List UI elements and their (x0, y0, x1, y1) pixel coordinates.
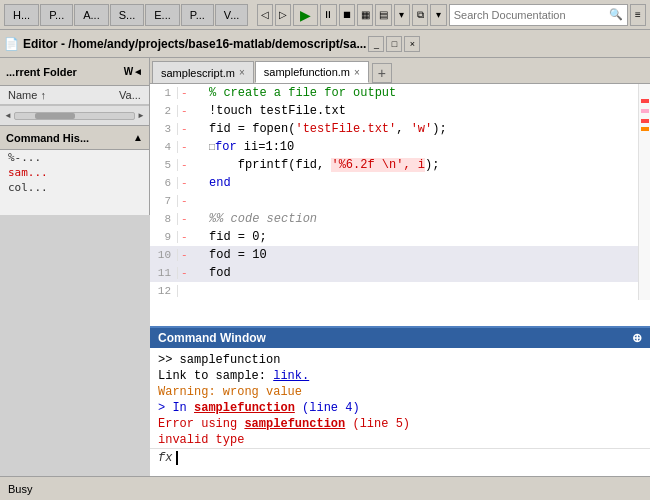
scroll-track[interactable] (14, 112, 135, 120)
margin-indicator-4 (641, 127, 649, 131)
code-line-10: 10 - fod = 10 (150, 246, 638, 264)
minimize-button[interactable]: _ (368, 36, 384, 52)
right-margin (638, 84, 650, 300)
cmd-history-title: Command His... (6, 132, 89, 144)
code-line-1: 1 - % create a file for output (150, 84, 638, 102)
menu-tabs: H... P... A... S... E... P... V... (4, 4, 248, 26)
file-list-header: Name ↑ Va... (0, 86, 149, 105)
toolbar-btn-5[interactable]: ▦ (357, 4, 373, 26)
sidebar: ...rrent Folder W◄ Name ↑ Va... ◄ ► (0, 58, 150, 125)
code-line-6: 6 - end (150, 174, 638, 192)
code-line-9: 9 - fid = 0; (150, 228, 638, 246)
code-line-4: 4 - □for ii=1:10 (150, 138, 638, 156)
editor-icon: 📄 (4, 37, 19, 51)
tabs-bar: samplescript.m × samplefunction.m × + (150, 58, 650, 84)
code-editor[interactable]: 1 - % create a file for output 2 - !touc… (150, 84, 650, 326)
scroll-thumb[interactable] (35, 113, 75, 119)
col-name: Name ↑ (4, 88, 115, 102)
tab-samplefunction[interactable]: samplefunction.m × (255, 61, 369, 83)
margin-indicator-3 (641, 119, 649, 123)
sample-link[interactable]: link. (273, 369, 309, 383)
scroll-left-arrow[interactable]: ◄ (2, 111, 14, 120)
menu-tab-s[interactable]: S... (110, 4, 145, 26)
toolbar-btn-4[interactable]: ⏹ (339, 4, 355, 26)
toolbar-btn-2[interactable]: ▷ (275, 4, 291, 26)
cmd-line-2: Link to sample: link. (158, 368, 642, 384)
margin-indicator-2 (641, 109, 649, 113)
cmd-fx-label: fx (158, 451, 172, 465)
left-panel: ...rrent Folder W◄ Name ↑ Va... ◄ ► Comm… (0, 58, 150, 476)
cmd-window-title: Command Window (158, 331, 266, 345)
statusbar: Busy (0, 476, 650, 500)
toolbar-btn-1[interactable]: ◁ (257, 4, 273, 26)
code-line-11: 11 - fod (150, 264, 638, 282)
close-button[interactable]: × (404, 36, 420, 52)
toolbar-btn-3[interactable]: ⏸ (320, 4, 336, 26)
col-val: Va... (115, 88, 145, 102)
cmd-cursor (176, 451, 178, 465)
tab-samplescript-label: samplescript.m (161, 67, 235, 79)
code-line-2: 2 - !touch testFile.txt (150, 102, 638, 120)
margin-indicator-1 (641, 99, 649, 103)
search-icon[interactable]: 🔍 (609, 8, 623, 21)
scroll-right-arrow[interactable]: ► (135, 111, 147, 120)
cmd-window-header: Command Window ⊕ (150, 328, 650, 348)
cmd-content: >> samplefunction Link to sample: link. … (150, 348, 650, 448)
menu-tab-v[interactable]: V... (215, 4, 249, 26)
sidebar-header: ...rrent Folder W◄ (0, 58, 149, 86)
add-tab-button[interactable]: + (372, 63, 392, 83)
cmd-history-collapse-btn[interactable]: ▲ (133, 132, 143, 143)
sidebar-title: ...rrent Folder (6, 66, 77, 78)
toolbar-btn-6[interactable]: ▤ (375, 4, 391, 26)
tab-samplescript-close[interactable]: × (239, 67, 245, 78)
toolbar-btn-9[interactable]: ▾ (430, 4, 446, 26)
menu-tab-e[interactable]: E... (145, 4, 180, 26)
main-toolbar: H... P... A... S... E... P... V... ◁ ▷ ▶… (0, 0, 650, 30)
status-text: Busy (8, 483, 32, 495)
main-area: ...rrent Folder W◄ Name ↑ Va... ◄ ► Comm… (0, 58, 650, 476)
history-item-2[interactable]: sam... (0, 165, 149, 180)
editor-panel: samplescript.m × samplefunction.m × + 1 … (150, 58, 650, 476)
cmd-line-4: > In samplefunction (line 4) (158, 400, 642, 416)
editor-title: Editor - /home/andy/projects/base16-matl… (23, 37, 366, 51)
cmd-line-5: Error using samplefunction (line 5) (158, 416, 642, 432)
samplefunction-link-2[interactable]: samplefunction (244, 417, 345, 431)
menu-tab-p[interactable]: P... (40, 4, 73, 26)
cmd-expand-btn[interactable]: ⊕ (632, 331, 642, 345)
toolbar-btn-7[interactable]: ▾ (394, 4, 410, 26)
cmd-input-line[interactable]: fx (150, 448, 650, 467)
menu-tab-a[interactable]: A... (74, 4, 109, 26)
toolbar-btn-8[interactable]: ⧉ (412, 4, 428, 26)
samplefunction-link-1[interactable]: samplefunction (194, 401, 295, 415)
search-box[interactable]: 🔍 (449, 4, 628, 26)
editor-titlebar: 📄 Editor - /home/andy/projects/base16-ma… (0, 30, 650, 58)
tab-samplefunction-close[interactable]: × (354, 67, 360, 78)
cmd-line-3: Warning: wrong value (158, 384, 642, 400)
cmd-history-panel: Command His... ▲ %-... sam... col... (0, 125, 150, 215)
menu-tab-p2[interactable]: P... (181, 4, 214, 26)
maximize-button[interactable]: □ (386, 36, 402, 52)
cmd-window: Command Window ⊕ >> samplefunction Link … (150, 326, 650, 476)
search-input[interactable] (454, 9, 609, 21)
cmd-line-1: >> samplefunction (158, 352, 642, 368)
history-item-3[interactable]: col... (0, 180, 149, 195)
menu-tab-h[interactable]: H... (4, 4, 39, 26)
tab-samplescript[interactable]: samplescript.m × (152, 61, 254, 83)
code-line-5: 5 - fprintf(fid, '%6.2f \n', i); (150, 156, 638, 174)
code-line-8: 8 - %% code section (150, 210, 638, 228)
sidebar-scrollbar[interactable]: ◄ ► (0, 105, 149, 125)
code-line-7: 7 - (150, 192, 638, 210)
code-line-12: 12 - (150, 282, 638, 300)
code-line-3: 3 - fid = fopen('testFile.txt', 'w'); (150, 120, 638, 138)
run-button[interactable]: ▶ (293, 4, 318, 26)
tab-samplefunction-label: samplefunction.m (264, 66, 350, 78)
code-lines: 1 - % create a file for output 2 - !touc… (150, 84, 638, 300)
cmd-history-header: Command His... ▲ (0, 126, 149, 150)
cmd-line-6: invalid type (158, 432, 642, 448)
filter-button[interactable]: ≡ (630, 4, 646, 26)
history-item-1[interactable]: %-... (0, 150, 149, 165)
sidebar-collapse-btn[interactable]: W◄ (124, 66, 143, 77)
